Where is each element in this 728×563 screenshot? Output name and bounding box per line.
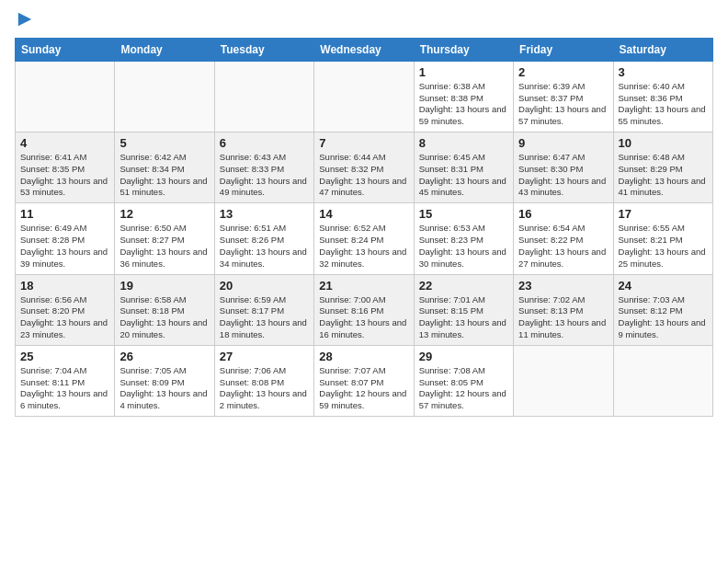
day-number: 26 [119, 350, 209, 363]
day-cell: 8Sunrise: 6:45 AMSunset: 8:31 PMDaylight… [414, 132, 513, 203]
week-row-3: 11Sunrise: 6:49 AMSunset: 8:28 PMDayligh… [16, 203, 713, 274]
logo-icon [17, 11, 33, 28]
day-number: 17 [619, 207, 708, 221]
header-cell-monday: Monday [115, 38, 214, 61]
day-info: Sunrise: 6:45 AMSunset: 8:31 PMDaylight:… [419, 152, 508, 199]
day-cell: 29Sunrise: 7:08 AMSunset: 8:05 PMDayligh… [414, 345, 513, 416]
week-row-1: 1Sunrise: 6:38 AMSunset: 8:38 PMDaylight… [16, 61, 713, 132]
day-number: 12 [119, 207, 209, 221]
header-cell-tuesday: Tuesday [214, 38, 313, 61]
week-row-2: 4Sunrise: 6:41 AMSunset: 8:35 PMDaylight… [16, 132, 713, 203]
day-info: Sunrise: 6:42 AMSunset: 8:34 PMDaylight:… [119, 152, 209, 199]
day-number: 14 [319, 207, 408, 221]
day-cell: 6Sunrise: 6:43 AMSunset: 8:33 PMDaylight… [214, 132, 313, 203]
day-info: Sunrise: 6:41 AMSunset: 8:35 PMDaylight:… [20, 152, 109, 199]
day-cell [314, 61, 414, 132]
day-info: Sunrise: 6:51 AMSunset: 8:26 PMDaylight:… [220, 223, 309, 270]
day-cell: 17Sunrise: 6:55 AMSunset: 8:21 PMDayligh… [613, 203, 712, 274]
day-info: Sunrise: 6:38 AMSunset: 8:38 PMDaylight:… [419, 81, 508, 128]
day-cell: 15Sunrise: 6:53 AMSunset: 8:23 PMDayligh… [414, 203, 513, 274]
logo [15, 13, 33, 32]
day-cell: 26Sunrise: 7:05 AMSunset: 8:09 PMDayligh… [115, 345, 214, 416]
day-info: Sunrise: 6:49 AMSunset: 8:28 PMDaylight:… [20, 223, 109, 270]
calendar-body: 1Sunrise: 6:38 AMSunset: 8:38 PMDaylight… [16, 61, 713, 416]
day-number: 5 [119, 136, 209, 150]
header-cell-thursday: Thursday [414, 38, 513, 61]
day-number: 3 [619, 65, 708, 79]
day-cell [514, 345, 613, 416]
day-info: Sunrise: 7:04 AMSunset: 8:11 PMDaylight:… [20, 365, 109, 412]
day-number: 25 [20, 350, 109, 363]
day-cell: 18Sunrise: 6:56 AMSunset: 8:20 PMDayligh… [16, 274, 115, 345]
day-number: 10 [619, 136, 708, 150]
day-cell: 22Sunrise: 7:01 AMSunset: 8:15 PMDayligh… [414, 274, 513, 345]
day-cell: 7Sunrise: 6:44 AMSunset: 8:32 PMDaylight… [314, 132, 414, 203]
day-info: Sunrise: 7:01 AMSunset: 8:15 PMDaylight:… [419, 294, 508, 341]
day-cell: 12Sunrise: 6:50 AMSunset: 8:27 PMDayligh… [115, 203, 214, 274]
day-info: Sunrise: 7:00 AMSunset: 8:16 PMDaylight:… [319, 294, 408, 341]
day-info: Sunrise: 7:07 AMSunset: 8:07 PMDaylight:… [319, 365, 408, 412]
week-row-4: 18Sunrise: 6:56 AMSunset: 8:20 PMDayligh… [16, 274, 713, 345]
day-number: 8 [419, 136, 508, 150]
day-info: Sunrise: 7:02 AMSunset: 8:13 PMDaylight:… [518, 294, 608, 341]
day-cell: 14Sunrise: 6:52 AMSunset: 8:24 PMDayligh… [314, 203, 414, 274]
day-cell: 3Sunrise: 6:40 AMSunset: 8:36 PMDaylight… [613, 61, 712, 132]
day-cell: 11Sunrise: 6:49 AMSunset: 8:28 PMDayligh… [16, 203, 115, 274]
day-number: 27 [220, 350, 309, 363]
calendar-header-row: SundayMondayTuesdayWednesdayThursdayFrid… [16, 38, 713, 61]
day-cell [613, 345, 712, 416]
day-info: Sunrise: 6:59 AMSunset: 8:17 PMDaylight:… [220, 294, 309, 341]
day-number: 2 [518, 65, 608, 79]
day-cell: 2Sunrise: 6:39 AMSunset: 8:37 PMDaylight… [514, 61, 613, 132]
day-number: 11 [20, 207, 109, 221]
day-number: 20 [220, 279, 309, 293]
day-info: Sunrise: 6:56 AMSunset: 8:20 PMDaylight:… [20, 294, 109, 341]
day-cell: 20Sunrise: 6:59 AMSunset: 8:17 PMDayligh… [214, 274, 313, 345]
day-info: Sunrise: 6:39 AMSunset: 8:37 PMDaylight:… [518, 81, 608, 128]
day-cell: 13Sunrise: 6:51 AMSunset: 8:26 PMDayligh… [214, 203, 313, 274]
day-number: 9 [518, 136, 608, 150]
day-info: Sunrise: 6:55 AMSunset: 8:21 PMDaylight:… [619, 223, 708, 270]
day-info: Sunrise: 7:06 AMSunset: 8:08 PMDaylight:… [220, 365, 309, 412]
day-number: 24 [619, 279, 708, 293]
day-info: Sunrise: 7:08 AMSunset: 8:05 PMDaylight:… [419, 365, 508, 412]
calendar-table: SundayMondayTuesdayWednesdayThursdayFrid… [15, 38, 713, 417]
day-cell: 25Sunrise: 7:04 AMSunset: 8:11 PMDayligh… [16, 345, 115, 416]
day-info: Sunrise: 6:53 AMSunset: 8:23 PMDaylight:… [419, 223, 508, 270]
day-number: 16 [518, 207, 608, 221]
svg-marker-0 [18, 13, 31, 26]
header-cell-sunday: Sunday [16, 38, 115, 61]
day-info: Sunrise: 6:58 AMSunset: 8:18 PMDaylight:… [119, 294, 209, 341]
day-number: 1 [419, 65, 508, 79]
day-info: Sunrise: 6:54 AMSunset: 8:22 PMDaylight:… [518, 223, 608, 270]
day-cell: 10Sunrise: 6:48 AMSunset: 8:29 PMDayligh… [613, 132, 712, 203]
day-number: 4 [20, 136, 109, 150]
day-cell: 9Sunrise: 6:47 AMSunset: 8:30 PMDaylight… [514, 132, 613, 203]
day-cell: 16Sunrise: 6:54 AMSunset: 8:22 PMDayligh… [514, 203, 613, 274]
day-info: Sunrise: 7:05 AMSunset: 8:09 PMDaylight:… [119, 365, 209, 412]
day-info: Sunrise: 7:03 AMSunset: 8:12 PMDaylight:… [619, 294, 708, 341]
day-cell [115, 61, 214, 132]
day-info: Sunrise: 6:47 AMSunset: 8:30 PMDaylight:… [518, 152, 608, 199]
day-number: 22 [419, 279, 508, 293]
day-cell: 23Sunrise: 7:02 AMSunset: 8:13 PMDayligh… [514, 274, 613, 345]
day-cell: 19Sunrise: 6:58 AMSunset: 8:18 PMDayligh… [115, 274, 214, 345]
day-cell: 24Sunrise: 7:03 AMSunset: 8:12 PMDayligh… [613, 274, 712, 345]
day-number: 13 [220, 207, 309, 221]
day-info: Sunrise: 6:50 AMSunset: 8:27 PMDaylight:… [119, 223, 209, 270]
day-number: 19 [119, 279, 209, 293]
day-number: 7 [319, 136, 408, 150]
day-cell: 27Sunrise: 7:06 AMSunset: 8:08 PMDayligh… [214, 345, 313, 416]
day-info: Sunrise: 6:40 AMSunset: 8:36 PMDaylight:… [619, 81, 708, 128]
day-number: 23 [518, 279, 608, 293]
day-info: Sunrise: 6:48 AMSunset: 8:29 PMDaylight:… [619, 152, 708, 199]
day-cell [16, 61, 115, 132]
day-cell [214, 61, 313, 132]
day-number: 28 [319, 350, 408, 363]
day-cell: 21Sunrise: 7:00 AMSunset: 8:16 PMDayligh… [314, 274, 414, 345]
day-info: Sunrise: 6:43 AMSunset: 8:33 PMDaylight:… [220, 152, 309, 199]
day-number: 29 [419, 350, 508, 363]
week-row-5: 25Sunrise: 7:04 AMSunset: 8:11 PMDayligh… [16, 345, 713, 416]
day-number: 18 [20, 279, 109, 293]
day-info: Sunrise: 6:44 AMSunset: 8:32 PMDaylight:… [319, 152, 408, 199]
